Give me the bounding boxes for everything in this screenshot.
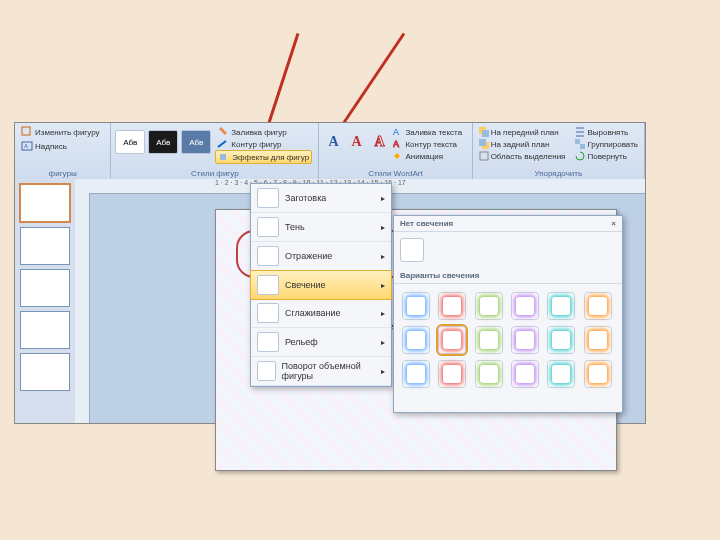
shape-effects-button[interactable]: Эффекты для фигур xyxy=(215,150,312,164)
shape-effects-menu: Заготовка▸Тень▸Отражение▸Свечение▸Сглажи… xyxy=(250,183,392,387)
glow-swatch[interactable] xyxy=(547,326,575,354)
chevron-right-icon: ▸ xyxy=(381,223,385,232)
style-thumb[interactable]: Абв xyxy=(181,130,211,154)
shape-fill-button[interactable]: Заливка фигур xyxy=(215,126,312,138)
slide-thumb[interactable] xyxy=(20,227,70,265)
shape-fill-label: Заливка фигур xyxy=(231,128,286,137)
glow-swatch[interactable] xyxy=(547,292,575,320)
selection-pane-button[interactable]: Область выделения xyxy=(477,150,568,162)
slide-thumb[interactable] xyxy=(20,353,70,391)
outline-icon xyxy=(217,139,229,149)
effects-menu-item[interactable]: Рельеф▸ xyxy=(251,328,391,357)
back-icon xyxy=(479,139,489,149)
glow-swatch[interactable] xyxy=(475,326,503,354)
glow-swatch[interactable] xyxy=(584,360,612,388)
effect-label: Заготовка xyxy=(285,193,326,203)
glow-swatch[interactable] xyxy=(402,292,430,320)
text-fill-icon: A xyxy=(393,127,403,137)
selection-icon xyxy=(479,151,489,161)
chevron-right-icon: ▸ xyxy=(381,281,385,290)
glow-swatch[interactable] xyxy=(438,360,466,388)
align-button[interactable]: Выровнять xyxy=(573,126,640,138)
svg-text:A: A xyxy=(393,127,399,137)
glow-swatch[interactable] xyxy=(584,292,612,320)
chevron-right-icon: ▸ xyxy=(381,367,385,376)
glow-variants-label: Варианты свечения xyxy=(400,271,479,280)
effects-menu-item[interactable]: Поворот объемной фигуры▸ xyxy=(251,357,391,386)
slide-thumb[interactable] xyxy=(19,183,71,223)
shape-outline-button[interactable]: Контур фигур xyxy=(215,138,312,150)
effect-icon xyxy=(257,303,279,323)
rotate-button[interactable]: Повернуть xyxy=(573,150,640,162)
glow-none-label: Нет свечения xyxy=(400,219,453,228)
ribbon-group-shape-styles: Абв Абв Абв Заливка фигур Контур фигур xyxy=(111,123,319,179)
group-label-arrange: Упорядочить xyxy=(473,169,644,178)
front-icon xyxy=(479,127,489,137)
group-button[interactable]: Группировать xyxy=(573,138,640,150)
wordart-gallery[interactable]: A A A xyxy=(323,125,389,159)
glow-swatch[interactable] xyxy=(511,292,539,320)
ribbon-group-shapes: Изменить фигуру A Надпись фигуры xyxy=(15,123,111,179)
glow-swatch[interactable] xyxy=(511,326,539,354)
textbox-label: Надпись xyxy=(35,142,67,151)
slide-thumb[interactable] xyxy=(20,269,70,307)
glow-swatch[interactable] xyxy=(475,360,503,388)
text-anim-label: Анимация xyxy=(405,152,443,161)
change-shape-label: Изменить фигуру xyxy=(35,128,100,137)
rotate-label: Повернуть xyxy=(587,152,627,161)
svg-rect-9 xyxy=(479,139,486,146)
effects-menu-item[interactable]: Отражение▸ xyxy=(251,242,391,271)
effects-menu-item[interactable]: Заготовка▸ xyxy=(251,184,391,213)
shape-effects-label: Эффекты для фигур xyxy=(232,153,309,162)
shape-style-gallery[interactable]: Абв Абв Абв xyxy=(115,125,211,159)
effect-icon xyxy=(257,217,279,237)
slide-thumb[interactable] xyxy=(20,311,70,349)
text-outline-icon: A xyxy=(393,139,403,149)
fill-icon xyxy=(217,127,229,137)
chevron-right-icon: ▸ xyxy=(381,252,385,261)
effects-menu-item[interactable]: Сглаживание▸ xyxy=(251,299,391,328)
style-thumb[interactable]: Абв xyxy=(115,130,145,154)
selection-pane-label: Область выделения xyxy=(491,152,566,161)
svg-rect-12 xyxy=(580,144,585,149)
bring-front-button[interactable]: На передний план xyxy=(477,126,568,138)
svg-rect-0 xyxy=(22,127,30,135)
change-shape-button[interactable]: Изменить фигуру xyxy=(19,125,106,139)
wordart-thumb[interactable]: A xyxy=(369,131,389,153)
glow-swatch[interactable] xyxy=(402,326,430,354)
glow-swatch[interactable] xyxy=(584,326,612,354)
ribbon-group-wordart: A A A A Заливка текста A Контур текста xyxy=(319,123,472,179)
anim-icon xyxy=(393,151,403,161)
chevron-right-icon: ▸ xyxy=(381,309,385,318)
glow-none-header: Нет свечения × xyxy=(394,216,622,232)
wordart-thumb[interactable]: A xyxy=(346,131,366,153)
effect-icon xyxy=(257,246,279,266)
edit-shape-icon xyxy=(21,126,33,138)
close-icon[interactable]: × xyxy=(611,219,616,228)
wordart-thumb[interactable]: A xyxy=(323,131,343,153)
group-label: Группировать xyxy=(587,140,638,149)
style-thumb[interactable]: Абв xyxy=(148,130,178,154)
no-glow-swatch xyxy=(400,238,424,262)
glow-swatch[interactable] xyxy=(438,292,466,320)
app-window: Изменить фигуру A Надпись фигуры Абв Абв… xyxy=(14,122,646,424)
text-outline-button[interactable]: A Контур текста xyxy=(391,138,464,150)
send-back-button[interactable]: На задний план xyxy=(477,138,568,150)
glow-swatch[interactable] xyxy=(547,360,575,388)
glow-swatch[interactable] xyxy=(511,360,539,388)
text-anim-button[interactable]: Анимация xyxy=(391,150,464,162)
glow-swatch[interactable] xyxy=(475,292,503,320)
svg-text:A: A xyxy=(24,143,28,149)
text-fill-button[interactable]: A Заливка текста xyxy=(391,126,464,138)
group-label-styles: Стили фигур xyxy=(111,169,318,178)
glow-swatch[interactable] xyxy=(402,360,430,388)
glow-swatch[interactable] xyxy=(438,326,466,354)
effects-menu-item[interactable]: Тень▸ xyxy=(251,213,391,242)
textbox-button[interactable]: A Надпись xyxy=(19,139,106,153)
glow-none-option[interactable] xyxy=(394,232,622,268)
effect-label: Свечение xyxy=(285,280,326,290)
effect-icon xyxy=(257,188,279,208)
effects-menu-item[interactable]: Свечение▸ xyxy=(250,270,392,300)
effect-icon xyxy=(257,332,279,352)
effect-label: Рельеф xyxy=(285,337,318,347)
